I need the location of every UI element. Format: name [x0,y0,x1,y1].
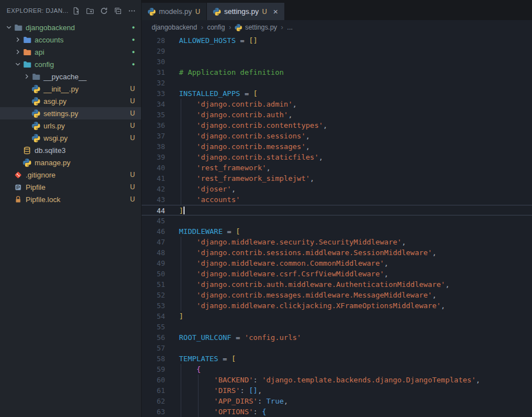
editor-column: models.pyUsettings.pyU× djangobackend›co… [142,0,532,417]
line-number: 59 [142,364,165,375]
code-line-37[interactable]: 37 'django.contrib.sessions', [142,131,532,141]
code-line-63[interactable]: 63 'OPTIONS': { [142,406,532,417]
line-number: 46 [142,226,165,237]
line-number: 53 [142,300,165,311]
line-number: 60 [142,375,165,385]
code-line-35[interactable]: 35 'django.contrib.auth', [142,109,532,120]
git-status-badge: U [130,134,135,142]
code-line-62[interactable]: 62 'APP_DIRS': True, [142,396,532,406]
tree-file-manage-py[interactable]: manage.py [0,156,141,169]
tree-item-label: urls.py [43,122,65,130]
code-line-57[interactable]: 57 [142,343,532,353]
tree-file-settings-py[interactable]: settings.pyU [0,107,141,119]
chevron-down-icon[interactable] [4,23,13,32]
tree-item-label: __pycache__ [43,73,86,81]
line-content: { [165,364,532,375]
code-line-40[interactable]: 40 'rest_framework', [142,162,532,173]
tree-item-label: settings.py [43,109,78,118]
code-line-61[interactable]: 61 'DIRS': [], [142,385,532,396]
breadcrumb-label: settings.py [245,23,277,31]
code-line-42[interactable]: 42 'djoser', [142,184,532,194]
refresh-explorer-button[interactable] [98,4,110,17]
code-line-34[interactable]: 34 'django.contrib.admin', [142,99,532,109]
code-line-49[interactable]: 49 'django.middleware.common.CommonMiddl… [142,258,532,269]
tab-settings-py[interactable]: settings.pyU× [207,3,285,20]
tree-folder-config[interactable]: config● [0,58,141,70]
code-line-36[interactable]: 36 'django.contrib.contenttypes', [142,120,532,131]
code-line-44[interactable]: 44] [142,205,532,215]
tree-folder-api[interactable]: api● [0,46,141,58]
tree-folder-djangobackend[interactable]: djangobackend● [0,21,141,33]
tree-file-wsgi-py[interactable]: wsgi.pyU [0,132,141,144]
code-token: ] [179,312,183,320]
pipfile-icon [13,183,23,191]
code-line-50[interactable]: 50 'django.middleware.csrf.CsrfViewMiddl… [142,269,532,279]
tree-file-init-py[interactable]: __init__.pyU [0,83,141,95]
tree-file-pipfile[interactable]: PipfileU [0,181,141,193]
chevron-right-icon[interactable] [13,47,22,56]
line-content: 'django.middleware.clickjacking.XFrameOp… [165,300,532,311]
code-line-39[interactable]: 39 'django.contrib.staticfiles', [142,152,532,162]
code-line-30[interactable]: 30 [142,56,532,67]
breadcrumb-item-config[interactable]: config [207,23,225,31]
code-line-54[interactable]: 54] [142,311,532,322]
line-number: 54 [142,311,165,322]
code-token: , [293,100,297,108]
database-icon [22,146,32,155]
line-content: 'django.contrib.contenttypes', [165,120,532,131]
code-line-51[interactable]: 51 'django.contrib.auth.middleware.Authe… [142,279,532,290]
code-token: 'django.contrib.messages.middleware.Mess… [179,291,432,299]
code-line-45[interactable]: 45 [142,215,532,226]
close-icon[interactable]: × [273,7,278,16]
line-content: 'django.contrib.staticfiles', [165,152,532,162]
tree-folder-accounts[interactable]: accounts● [0,33,141,46]
code-line-46[interactable]: 46MIDDLEWARE = [ [142,226,532,237]
code-line-41[interactable]: 41 'rest_framework_simplejwt', [142,173,532,184]
tree-file-pipfile-lock[interactable]: Pipfile.lockU [0,193,141,205]
breadcrumb-item-[interactable]: ... [287,23,293,31]
code-line-48[interactable]: 48 'django.contrib.sessions.middleware.S… [142,247,532,258]
code-line-28[interactable]: 28ALLOWED_HOSTS = [] [142,35,532,46]
code-line-38[interactable]: 38 'django.contrib.messages', [142,141,532,152]
tree-file-db-sqlite3[interactable]: db.sqlite3 [0,144,141,156]
code-line-43[interactable]: 43 'accounts' [142,194,532,205]
python-icon [235,24,242,31]
tab-models-py[interactable]: models.pyU [142,3,207,20]
code-line-31[interactable]: 31# Application definition [142,67,532,78]
line-number: 40 [142,162,165,173]
tree-file-urls-py[interactable]: urls.pyU [0,119,141,132]
collapse-folders-button[interactable] [112,4,124,17]
line-number: 38 [142,141,165,152]
code-token: , [231,185,236,193]
code-editor[interactable]: 28ALLOWED_HOSTS = []293031# Application … [142,35,532,417]
new-file-button[interactable] [70,4,82,17]
git-modified-dot: ● [132,50,135,55]
code-line-33[interactable]: 33INSTALLED_APPS = [ [142,88,532,99]
tree-file-gitignore[interactable]: .gitignoreU [0,169,141,181]
tree-file-asgi-py[interactable]: asgi.pyU [0,95,141,107]
code-token: [ [253,89,258,98]
code-line-59[interactable]: 59 { [142,364,532,375]
chevron-right-icon[interactable] [22,72,31,81]
code-line-55[interactable]: 55 [142,322,532,332]
code-line-29[interactable]: 29 [142,46,532,56]
code-line-53[interactable]: 53 'django.middleware.clickjacking.XFram… [142,300,532,311]
more-actions-button[interactable] [125,4,138,17]
new-folder-button[interactable] [84,4,96,17]
explorer-sidebar: EXPLORER: DJAN... djangobackend●accounts… [0,0,142,417]
code-line-60[interactable]: 60 'BACKEND': 'django.template.backends.… [142,375,532,385]
code-line-32[interactable]: 32 [142,78,532,88]
code-line-58[interactable]: 58TEMPLATES = [ [142,353,532,364]
breadcrumb-item-settings-py[interactable]: settings.py [235,23,277,31]
code-token: , [323,121,327,130]
breadcrumb-item-djangobackend[interactable]: djangobackend [152,23,197,31]
chevron-down-icon[interactable] [13,60,22,69]
code-line-56[interactable]: 56ROOT_URLCONF = 'config.urls' [142,332,532,343]
chevron-right-icon[interactable] [13,35,22,44]
code-line-52[interactable]: 52 'django.contrib.messages.middleware.M… [142,290,532,300]
code-line-47[interactable]: 47 'django.middleware.security.SecurityM… [142,237,532,247]
tab-label: settings.py [224,7,259,16]
code-token: True [267,397,284,405]
code-token: 'accounts' [179,195,240,204]
tree-folder-pycache[interactable]: __pycache__ [0,70,141,83]
